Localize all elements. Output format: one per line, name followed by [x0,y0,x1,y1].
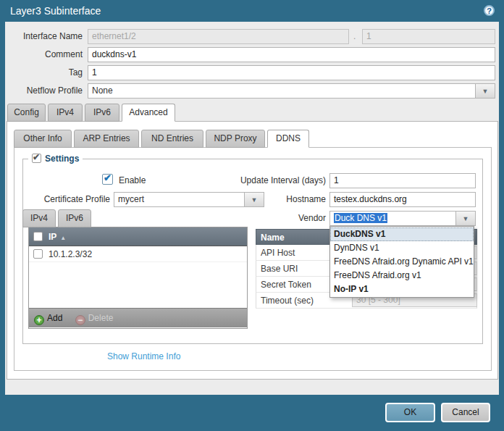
tab-nd-entries[interactable]: ND Entries [141,130,203,148]
delete-icon [75,315,85,325]
chevron-down-icon[interactable] [475,83,495,99]
add-button[interactable]: Add [34,313,62,323]
sort-ascending-icon [56,232,66,242]
vendor-label: Vendor [181,213,326,223]
help-icon[interactable] [484,5,495,16]
hostname-field[interactable]: testex.duckdns.org [329,192,476,207]
tag-field[interactable]: 1 [88,65,495,80]
vendor-dropdown: DuckDNS v1 DynDNS v1 FreeDNS Afraid.org … [329,226,474,298]
hostname-label: Hostname [181,194,326,204]
dialog-title: Layer3 Subinterface [10,0,101,22]
enable-checkbox[interactable] [102,174,113,185]
add-icon [34,315,44,325]
netflow-profile-value: None [88,83,475,99]
update-interval-field[interactable]: 1 [329,173,476,188]
settings-legend: Settings [28,153,83,164]
show-runtime-info-link[interactable]: Show Runtime Info [107,351,180,361]
netflow-profile-label: Netflow Profile [6,85,83,96]
row-checkbox[interactable] [33,249,43,259]
delete-button: Delete [75,313,114,323]
tab-arp-entries[interactable]: ARP Entries [74,130,139,148]
title-bar: Layer3 Subinterface [0,0,504,22]
ok-button[interactable]: OK [385,403,435,422]
ddns-panel: Settings Enable Update Interval (days) 1… [14,147,492,371]
tab-config[interactable]: Config [7,104,46,122]
ip-column-header[interactable]: IP [49,227,66,248]
param-name: Base URI [261,264,298,274]
ip-table-body: 10.1.2.3/32 [29,246,247,308]
vendor-option-dyndns[interactable]: DynDNS v1 [330,241,474,255]
subinterface-number-field: 1 [362,29,495,44]
ip-cell: 10.1.2.3/32 [49,246,92,262]
enable-label: Enable [119,175,146,185]
vendor-selected-text: Duck DNS v1 [334,213,387,223]
tag-label: Tag [6,67,83,78]
interface-name-separator: . [353,31,356,41]
tab-ndp-proxy[interactable]: NDP Proxy [206,130,265,148]
tab-ddns[interactable]: DDNS [267,130,309,148]
param-name: Timeout (sec) [261,296,314,306]
tab-ip-ipv6[interactable]: IPv6 [58,209,91,227]
vendor-option-freedns[interactable]: FreeDNS Afraid.org v1 [330,269,474,283]
comment-label: Comment [6,49,83,59]
dialog-body: Interface Name ethernet1/2 . 1 Comment d… [5,22,499,395]
tab-ip-ipv4[interactable]: IPv4 [22,209,56,227]
advanced-panel: Other Info ARP Entries ND Entries NDP Pr… [7,121,498,380]
netflow-profile-select[interactable]: None [88,83,495,99]
interface-name-field: ethernet1/2 [88,29,349,44]
table-row[interactable]: 10.1.2.3/32 [29,246,247,262]
settings-legend-text: Settings [45,154,79,164]
interface-name-label: Interface Name [6,31,83,41]
param-name: API Host [261,248,295,258]
tab-advanced[interactable]: Advanced [122,104,175,122]
update-interval-label: Update Interval (days) [181,175,326,185]
certificate-profile-label: Certificate Profile [23,194,110,204]
ip-table-footer: Add Delete [29,308,247,327]
vendor-option-noip[interactable]: No-IP v1 [330,283,474,296]
tab-ipv4[interactable]: IPv4 [48,104,83,122]
settings-checkbox[interactable] [32,154,41,163]
vendor-option-duckdns[interactable]: DuckDNS v1 [330,227,474,241]
chevron-down-icon[interactable] [455,211,476,226]
select-all-checkbox[interactable] [33,232,43,241]
layer3-subinterface-dialog: Layer3 Subinterface Interface Name ether… [0,0,504,431]
vendor-value: Duck DNS v1 [329,211,455,226]
ip-table: IP 10.1.2.3/32 Add Delete [28,227,248,329]
tab-other-info[interactable]: Other Info [14,130,72,148]
param-name: Secret Token [261,280,311,290]
vendor-option-freedns-dynamic[interactable]: FreeDNS Afraid.org Dynamic API v1 [330,255,474,269]
vendor-select[interactable]: Duck DNS v1 [329,211,476,226]
ip-table-header: IP [29,227,247,246]
tab-ipv6[interactable]: IPv6 [85,104,119,122]
cancel-button[interactable]: Cancel [441,403,490,422]
comment-field[interactable]: duckdns-v1 [88,47,495,62]
